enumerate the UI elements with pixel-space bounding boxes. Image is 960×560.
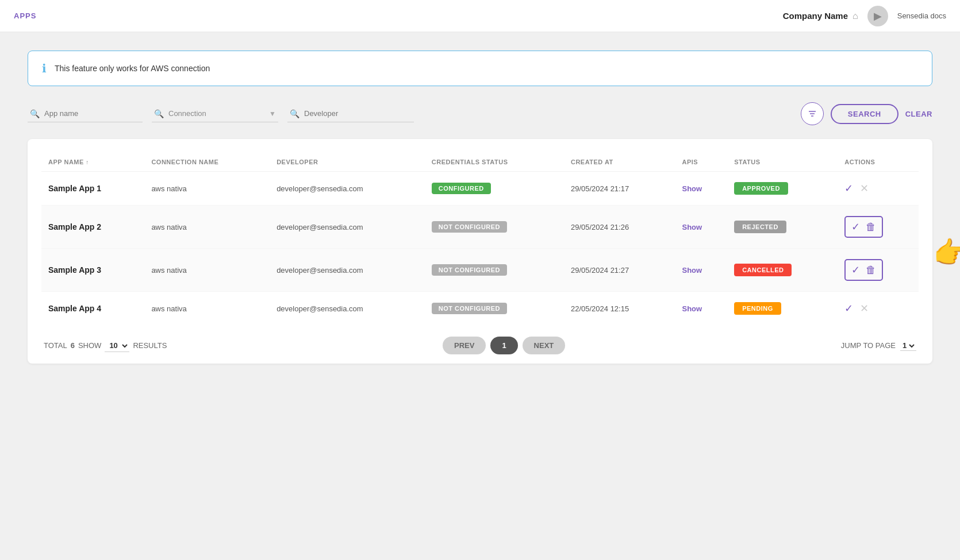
filter-buttons: SEARCH CLEAR bbox=[801, 102, 932, 125]
credentials-badge: NOT CONFIGURED bbox=[432, 264, 507, 276]
status-badge: CANCELLED bbox=[734, 264, 792, 276]
status-badge: REJECTED bbox=[734, 221, 786, 233]
actions-container: ✓ ✕ bbox=[844, 302, 912, 315]
apis-cell: Show bbox=[675, 292, 727, 326]
apps-table: APP NAME CONNECTION NAME DEVELOPER CREDE… bbox=[41, 153, 919, 325]
developer-cell: developer@sensedia.com bbox=[270, 249, 425, 292]
approve-action[interactable]: ✓ bbox=[851, 264, 860, 276]
col-status: STATUS bbox=[727, 153, 838, 172]
connection-dropdown-arrow: ▼ bbox=[269, 110, 276, 118]
total-value: 6 bbox=[71, 341, 75, 350]
company-name-area: Company Name ⌂ bbox=[783, 11, 858, 21]
created-at-cell: 22/05/2024 12:15 bbox=[564, 292, 675, 326]
table-body: Sample App 1 aws nativa developer@sensed… bbox=[41, 172, 919, 326]
created-at-cell: 29/05/2024 21:26 bbox=[564, 206, 675, 249]
developer-search-icon: 🔍 bbox=[290, 109, 299, 118]
total-label: TOTAL bbox=[44, 341, 67, 350]
credentials-status-cell: NOT CONFIGURED bbox=[425, 292, 564, 326]
sensedia-docs-link[interactable]: Sensedia docs bbox=[897, 11, 946, 20]
actions-container: ✓ ✕ bbox=[844, 182, 912, 195]
created-at-cell: 29/05/2024 21:27 bbox=[564, 249, 675, 292]
approve-action[interactable]: ✓ bbox=[844, 302, 853, 315]
table-header: APP NAME CONNECTION NAME DEVELOPER CREDE… bbox=[41, 153, 919, 172]
status-badge: PENDING bbox=[734, 302, 781, 315]
credentials-badge: CONFIGURED bbox=[432, 183, 491, 194]
results-label: RESULTS bbox=[133, 341, 167, 350]
connection-filter: 🔍 Connection ▼ bbox=[152, 106, 278, 122]
actions-container: ✓ 🗑 bbox=[844, 216, 912, 238]
col-credentials-status: CREDENTIALS STATUS bbox=[425, 153, 564, 172]
pagination-info: TOTAL 6 SHOW 10 20 RESULTS bbox=[44, 339, 167, 352]
status-cell: APPROVED bbox=[727, 172, 838, 206]
page-1-button[interactable]: 1 bbox=[490, 337, 517, 354]
table-row: Sample App 1 aws nativa developer@sensed… bbox=[41, 172, 919, 206]
home-icon[interactable]: ⌂ bbox=[853, 11, 858, 21]
reject-action[interactable]: ✕ bbox=[860, 302, 869, 315]
filter-row: 🔍 🔍 Connection ▼ 🔍 SEARCH CLEAR bbox=[28, 102, 932, 125]
connection-name-cell: aws nativa bbox=[144, 292, 270, 326]
apis-cell: Show bbox=[675, 206, 727, 249]
pagination-buttons: PREV 1 NEXT bbox=[443, 337, 565, 354]
connection-name-cell: aws nativa bbox=[144, 172, 270, 206]
approve-action[interactable]: ✓ bbox=[844, 182, 853, 195]
apis-cell: Show bbox=[675, 249, 727, 292]
jump-select[interactable]: 1 bbox=[900, 341, 916, 351]
info-banner: ℹ This feature only works for AWS connec… bbox=[28, 51, 932, 86]
actions-cell: ✓ 🗑 bbox=[838, 249, 919, 292]
next-button[interactable]: NEXT bbox=[523, 337, 566, 354]
connection-name-cell: aws nativa bbox=[144, 206, 270, 249]
reject-action[interactable]: ✕ bbox=[860, 182, 869, 195]
app-name-cell: Sample App 1 bbox=[41, 172, 144, 206]
clear-button[interactable]: CLEAR bbox=[905, 110, 932, 118]
status-cell: PENDING bbox=[727, 292, 838, 326]
connection-search-icon: 🔍 bbox=[154, 109, 164, 118]
connection-select[interactable]: Connection bbox=[168, 109, 264, 118]
hand-pointer-decoration: 👉 bbox=[933, 235, 960, 271]
show-label: SHOW bbox=[78, 341, 101, 350]
col-connection-name: CONNECTION NAME bbox=[144, 153, 270, 172]
apis-show-link[interactable]: Show bbox=[682, 223, 702, 231]
app-name-cell: Sample App 3 bbox=[41, 249, 144, 292]
app-name-filter: 🔍 bbox=[28, 106, 143, 122]
col-actions: ACTIONS bbox=[838, 153, 919, 172]
col-apis: APIS bbox=[675, 153, 727, 172]
developer-cell: developer@sensedia.com bbox=[270, 172, 425, 206]
actions-container: ✓ 🗑 bbox=[844, 259, 912, 281]
apis-show-link[interactable]: Show bbox=[682, 184, 702, 193]
table-card: APP NAME CONNECTION NAME DEVELOPER CREDE… bbox=[28, 139, 932, 364]
table-wrapper: APP NAME CONNECTION NAME DEVELOPER CREDE… bbox=[41, 153, 919, 325]
status-cell: REJECTED bbox=[727, 206, 838, 249]
main-content: ℹ This feature only works for AWS connec… bbox=[0, 32, 960, 382]
table-row: Sample App 4 aws nativa developer@sensed… bbox=[41, 292, 919, 326]
apps-title: APPS bbox=[14, 11, 36, 20]
credentials-status-cell: NOT CONFIGURED bbox=[425, 206, 564, 249]
app-name-input[interactable] bbox=[44, 109, 136, 118]
apis-show-link[interactable]: Show bbox=[682, 266, 702, 275]
app-name-cell: Sample App 2 bbox=[41, 206, 144, 249]
credentials-status-cell: NOT CONFIGURED bbox=[425, 249, 564, 292]
delete-action[interactable]: 🗑 bbox=[866, 264, 876, 276]
developer-input[interactable] bbox=[304, 109, 408, 118]
app-name-search-icon: 🔍 bbox=[30, 109, 40, 118]
show-select[interactable]: 10 20 bbox=[105, 339, 129, 352]
filter-options-button[interactable] bbox=[801, 102, 824, 125]
developer-cell: developer@sensedia.com bbox=[270, 292, 425, 326]
credentials-badge: NOT CONFIGURED bbox=[432, 221, 507, 233]
info-icon: ℹ bbox=[42, 61, 47, 75]
search-button[interactable]: SEARCH bbox=[831, 104, 898, 124]
apis-show-link[interactable]: Show bbox=[682, 304, 702, 313]
top-navigation: APPS Company Name ⌂ ▶ Sensedia docs bbox=[0, 0, 960, 32]
approve-action[interactable]: ✓ bbox=[851, 221, 860, 233]
info-banner-text: This feature only works for AWS connecti… bbox=[55, 64, 210, 73]
company-name-label: Company Name bbox=[783, 11, 848, 21]
developer-cell: developer@sensedia.com bbox=[270, 206, 425, 249]
delete-action[interactable]: 🗑 bbox=[866, 221, 876, 233]
credentials-badge: NOT CONFIGURED bbox=[432, 303, 507, 314]
avatar[interactable]: ▶ bbox=[867, 6, 888, 26]
connection-name-cell: aws nativa bbox=[144, 249, 270, 292]
col-developer: DEVELOPER bbox=[270, 153, 425, 172]
developer-filter: 🔍 bbox=[287, 106, 414, 122]
credentials-status-cell: CONFIGURED bbox=[425, 172, 564, 206]
status-cell: CANCELLED bbox=[727, 249, 838, 292]
prev-button[interactable]: PREV bbox=[443, 337, 486, 354]
